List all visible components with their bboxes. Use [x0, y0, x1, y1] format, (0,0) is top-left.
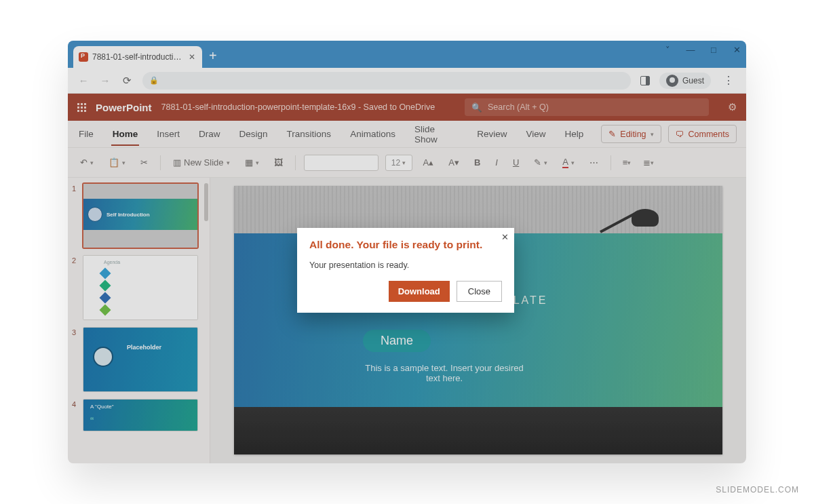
more-font-button[interactable]: ⋯ — [585, 155, 602, 170]
browser-tab[interactable]: 7881-01-self-introduction-powe ✕ — [73, 46, 202, 68]
thumb-number: 1 — [72, 183, 79, 248]
window-minimize-icon[interactable]: — — [685, 45, 696, 55]
search-icon: 🔍 — [471, 102, 482, 113]
font-family-select[interactable] — [304, 155, 379, 171]
download-button[interactable]: Download — [389, 281, 450, 302]
tab-review[interactable]: Review — [476, 122, 508, 146]
lock-icon: 🔒 — [149, 76, 159, 85]
tab-slideshow[interactable]: Slide Show — [413, 117, 459, 151]
side-panel-icon[interactable] — [640, 76, 650, 85]
paste-button[interactable]: 📋▾ — [104, 155, 130, 170]
avatar-icon — [666, 75, 678, 87]
workspace: 1 Self Introduction 2 Agenda 3 — [68, 178, 746, 463]
address-bar[interactable]: 🔒 — [142, 72, 631, 90]
image-button[interactable]: 🖼 — [270, 155, 287, 170]
settings-icon[interactable]: ⚙ — [728, 101, 737, 113]
document-title[interactable]: 7881-01-self-introduction-powerpoint-tem… — [161, 102, 435, 112]
profile-button[interactable]: Guest — [659, 73, 711, 89]
window-controls: ˅ — □ ✕ — [662, 45, 742, 55]
print-ready-dialog: ✕ All done. Your file is ready to print.… — [297, 228, 514, 313]
desk-graphic — [234, 407, 722, 454]
app-header: PowerPoint 7881-01-self-introduction-pow… — [68, 94, 746, 121]
tab-file[interactable]: File — [77, 122, 95, 146]
new-slide-label: New Slide — [184, 157, 224, 168]
dialog-close-icon[interactable]: ✕ — [501, 232, 509, 242]
slide-thumbnail-3[interactable]: Placeholder — [83, 327, 198, 392]
tab-draw[interactable]: Draw — [197, 122, 222, 146]
tab-animations[interactable]: Animations — [349, 122, 397, 146]
chevron-down-icon: ▾ — [651, 131, 654, 138]
bullets-button[interactable]: ≡▾ — [619, 155, 634, 170]
underline-button[interactable]: U — [509, 155, 523, 170]
sample-text[interactable]: This is a sample text. Insert your desir… — [363, 363, 526, 383]
dialog-message: Your presentation is ready. — [309, 260, 502, 270]
editing-mode-button[interactable]: ✎ Editing ▾ — [601, 125, 661, 143]
slide-canvas-area[interactable]: roduction PRESENTATION TEMPLATE Name Thi… — [210, 178, 746, 463]
slide-canvas[interactable]: roduction PRESENTATION TEMPLATE Name Thi… — [234, 186, 722, 454]
tab-home[interactable]: Home — [111, 122, 140, 146]
numbering-button[interactable]: ≣▾ — [641, 155, 656, 170]
powerpoint-favicon-icon — [79, 52, 88, 62]
comments-label: Comments — [689, 130, 729, 139]
undo-button[interactable]: ↶▾ — [76, 155, 98, 170]
font-color-button[interactable]: A▾ — [558, 154, 579, 171]
browser-titlebar: 7881-01-self-introduction-powe ✕ + ˅ — □… — [68, 41, 746, 68]
comments-button[interactable]: 🗨 Comments — [668, 125, 737, 143]
window-close-icon[interactable]: ✕ — [731, 45, 742, 55]
italic-button[interactable]: I — [491, 155, 502, 170]
tab-close-icon[interactable]: ✕ — [187, 52, 197, 62]
slide-thumbnail-1[interactable]: Self Introduction — [83, 183, 198, 248]
tab-help[interactable]: Help — [564, 122, 585, 146]
browser-toolbar: ← → ⟳ 🔒 Guest ⋮ — [68, 68, 746, 94]
profile-label: Guest — [682, 76, 704, 85]
format-painter-button[interactable]: ✂ — [136, 155, 152, 170]
slide-thumbnail-2[interactable]: Agenda — [83, 255, 198, 320]
nav-back-icon[interactable]: ← — [77, 75, 90, 86]
thumb-number: 2 — [72, 255, 79, 320]
search-input[interactable]: 🔍 Search (Alt + Q) — [465, 98, 709, 116]
browser-menu-icon[interactable]: ⋮ — [720, 74, 737, 87]
layout-button[interactable]: ▦▾ — [241, 155, 263, 170]
tab-title: 7881-01-self-introduction-powe — [92, 52, 183, 62]
new-tab-button[interactable]: + — [202, 48, 224, 68]
thumb-number: 3 — [72, 327, 79, 392]
name-pill[interactable]: Name — [363, 330, 431, 352]
ribbon-tabs: File Home Insert Draw Design Transitions… — [68, 121, 746, 148]
slide-thumbnail-4[interactable]: A "Quote" “ — [83, 399, 198, 431]
close-button[interactable]: Close — [457, 281, 502, 302]
bold-button[interactable]: B — [470, 155, 484, 170]
editing-label: Editing — [620, 130, 646, 139]
app-launcher-icon[interactable] — [77, 103, 86, 112]
nav-reload-icon[interactable]: ⟳ — [121, 75, 133, 87]
tab-transitions[interactable]: Transitions — [286, 122, 333, 146]
tab-view[interactable]: View — [525, 122, 547, 146]
nav-forward-icon[interactable]: → — [99, 75, 111, 86]
app-name: PowerPoint — [96, 102, 152, 113]
comment-icon: 🗨 — [676, 130, 684, 139]
highlight-button[interactable]: ✎▾ — [530, 155, 551, 170]
window-maximize-icon[interactable]: □ — [708, 45, 719, 55]
font-size-select[interactable]: 12▾ — [385, 155, 412, 171]
slide-thumbnails-panel[interactable]: 1 Self Introduction 2 Agenda 3 — [68, 178, 210, 463]
increase-font-button[interactable]: A▴ — [419, 155, 438, 170]
tab-design[interactable]: Design — [238, 122, 269, 146]
search-placeholder: Search (Alt + Q) — [488, 102, 549, 112]
decrease-font-button[interactable]: A▾ — [444, 155, 463, 170]
watermark: SLIDEMODEL.COM — [716, 485, 799, 495]
ribbon-toolbar: ↶▾ 📋▾ ✂ ▥ New Slide ▾ ▦▾ 🖼 12▾ A▴ A▾ B I… — [68, 148, 746, 178]
window-dropdown-icon[interactable]: ˅ — [662, 45, 673, 55]
pen-icon: ✎ — [608, 129, 616, 139]
tab-insert[interactable]: Insert — [155, 122, 181, 146]
new-slide-button[interactable]: ▥ New Slide ▾ — [169, 155, 234, 170]
dialog-title: All done. Your file is ready to print. — [309, 239, 502, 251]
thumb-number: 4 — [72, 399, 79, 431]
scrollbar-thumb[interactable] — [204, 183, 208, 221]
